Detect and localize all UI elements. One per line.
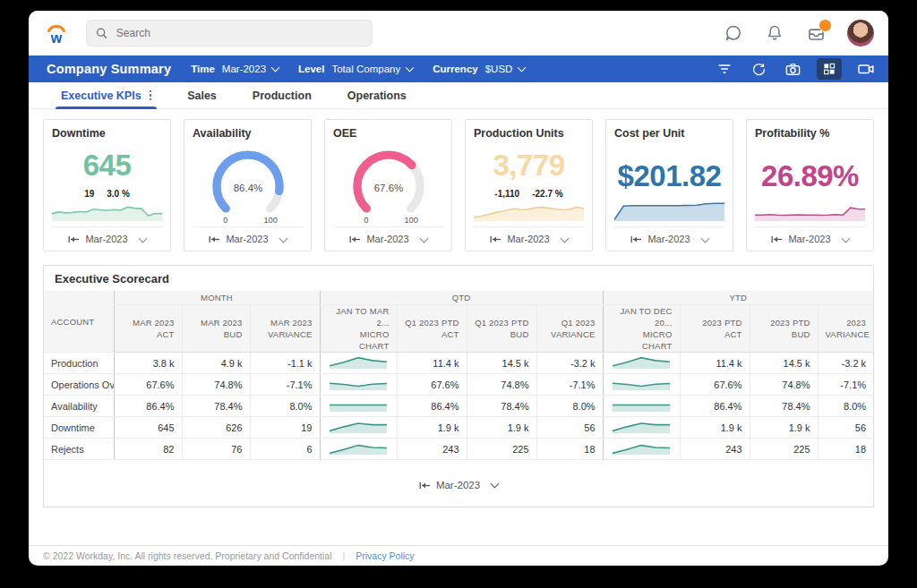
kpi-cards-row: Downtime 645 19 3.0 % Mar-2023 [43,119,874,251]
card-period-selector[interactable]: Mar-2023 [193,226,303,251]
chevron-down-icon [700,234,709,243]
tab-label: Production [253,89,312,102]
group-header-month: MONTH [114,291,320,305]
time-travel-icon [490,235,501,243]
refresh-icon[interactable] [749,59,768,79]
micro-chart [613,422,670,433]
time-travel-icon [771,235,783,243]
chat-icon[interactable] [724,23,743,43]
kpi-value: 3,779 [474,150,584,180]
currency-select[interactable]: $USD [485,64,526,74]
workday-logo[interactable]: w [43,20,70,47]
column-header[interactable]: MAR 2023ACT [114,305,182,353]
chevron-down-icon [560,234,569,243]
chevron-down-icon [138,234,147,243]
delta-abs: 19 [84,189,94,199]
time-travel-icon [630,235,642,243]
chevron-down-icon [279,234,287,243]
kpi-card-cost-per-unit: Cost per Unit $201.82 Mar-2023 [605,119,733,251]
copyright-text: © 2022 Workday, Inc. All rights reserved… [43,550,332,561]
level-select[interactable]: Total Company [331,64,413,74]
time-travel-icon [419,481,431,490]
column-header-account[interactable]: ACCOUNT [44,291,114,353]
table-row[interactable]: Availability 86.4% 78.4% 8.0% 86.4% 78.4… [44,396,873,417]
card-title: Profitability % [755,127,865,140]
table-row[interactable]: Rejects 82 76 6 243 225 18 243 225 18 [44,439,873,460]
currency-filter: Currency $USD [433,64,525,74]
column-header[interactable]: JAN TO MAR 2...MICRO CHART [320,305,397,353]
sparkline-chart [755,200,865,221]
app-window: w [29,11,888,566]
currency-value: $USD [485,64,513,74]
card-period-selector[interactable]: Mar-2023 [52,226,162,251]
period-value: Mar-2023 [507,234,549,244]
sparkline-chart [52,200,162,221]
card-period-selector[interactable]: Mar-2023 [333,226,443,251]
kpi-card-profitability: Profitability % 26.89% Mar-2023 [746,119,874,251]
delta-pct: -22.7 % [532,189,562,199]
column-header[interactable]: Q1 2023VARIANCE [536,305,603,353]
chevron-down-icon [419,234,428,243]
card-period-selector[interactable]: Mar-2023 [474,226,584,251]
gauge-max: 100 [263,216,278,225]
card-title: OEE [333,127,443,140]
column-header[interactable]: 2023 PTDBUD [750,305,818,353]
kpi-deltas: 19 3.0 % [52,189,162,199]
card-period-selector[interactable]: Mar-2023 [614,226,724,251]
tab-production[interactable]: Production [253,82,312,109]
command-bar: Company Summary Time Mar-2023 Level Tota… [29,55,888,82]
column-header[interactable]: 2023 PTDACT [680,305,750,353]
delta-abs: -1,110 [494,189,519,199]
table-row[interactable]: Downtime 645 626 19 1.9 k 1.9 k 56 1.9 k… [44,417,873,439]
user-avatar[interactable] [847,20,874,47]
camera-icon[interactable] [783,59,802,79]
kpi-value: 26.89% [755,161,865,191]
period-value: Mar-2023 [226,234,268,244]
card-period-selector[interactable]: Mar-2023 [755,226,865,251]
period-value: Mar-2023 [647,234,690,244]
chevron-down-icon [491,480,500,489]
video-camera-icon[interactable] [856,59,876,79]
tab-bar: Executive KPIs Sales Production Operatio… [29,82,888,109]
tab-executive-kpis[interactable]: Executive KPIs [61,82,151,109]
tab-label: Operations [347,89,407,102]
window-footer: © 2022 Workday, Inc. All rights reserved… [29,545,888,566]
privacy-policy-link[interactable]: Privacy Policy [356,550,414,561]
tab-menu-kebab-icon[interactable] [150,90,152,101]
table-row[interactable]: Operations Ov... 67.6% 74.8% -7.1% 67.6%… [44,374,873,396]
tab-label: Sales [187,89,217,102]
table-row[interactable]: Production 3.8 k 4.9 k -1.1 k 11.4 k 14.… [44,353,873,374]
search-input[interactable] [86,20,373,47]
availability-gauge: 86.4% 0 100 [193,141,303,226]
column-header[interactable]: JAN TO DEC 20...MICRO CHART [603,305,680,353]
column-header[interactable]: 2023VARIANCE [818,305,873,353]
chevron-down-icon [841,234,850,243]
tab-operations[interactable]: Operations [347,82,407,109]
kpi-deltas: -1,110 -22.7 % [474,189,584,199]
notifications-bell-icon[interactable] [765,23,784,43]
period-value: Mar-2023 [366,234,408,244]
chevron-down-icon [406,64,415,72]
time-select[interactable]: Mar-2023 [222,64,279,74]
column-header[interactable]: MAR 2023VARIANCE [250,305,320,353]
search-field[interactable] [115,26,363,40]
column-header[interactable]: Q1 2023 PTDACT [397,305,467,353]
active-tab-underline [56,107,157,109]
dashboard-grid-icon[interactable] [817,58,842,80]
kpi-value: $201.82 [614,161,724,191]
tab-sales[interactable]: Sales [187,82,217,109]
inbox-icon[interactable] [806,23,826,43]
micro-chart [330,400,387,412]
filter-icon[interactable] [715,59,734,79]
sparkline-chart [474,200,584,221]
scorecard-period-selector[interactable]: Mar-2023 [44,460,873,507]
kpi-value: 645 [52,150,162,180]
column-header[interactable]: Q1 2023 PTDBUD [467,305,536,353]
column-header[interactable]: MAR 2023BUD [182,305,250,353]
command-bar-actions [715,55,876,82]
search-icon [96,27,107,39]
top-bar: w [29,11,888,55]
time-travel-icon [349,235,361,243]
micro-chart [330,379,387,390]
level-value: Total Company [331,64,400,74]
